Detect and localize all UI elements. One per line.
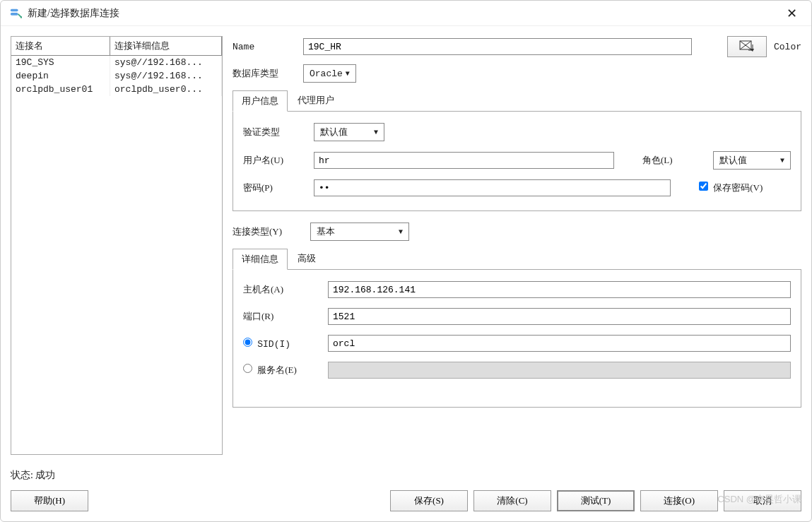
sid-radio[interactable]	[243, 338, 252, 347]
conn-tabs-container: 详细信息 高级 主机名(A) 端口(R) SID(	[233, 248, 801, 408]
save-password-checkbox-label[interactable]: 保存密码(V)	[699, 182, 791, 194]
color-picker-icon	[739, 40, 755, 53]
chevron-down-icon: ▼	[374, 129, 378, 136]
dbtype-select[interactable]: Oracle ▼	[303, 64, 356, 83]
tab-detail[interactable]: 详细信息	[233, 249, 288, 270]
hostname-input[interactable]	[328, 281, 791, 298]
table-row[interactable]: deepinsys@//192.168...	[11, 69, 222, 83]
connect-button[interactable]: 连接(O)	[640, 490, 718, 511]
chevron-down-icon: ▼	[780, 157, 784, 165]
role-label: 角色(L)	[642, 154, 706, 167]
dialog-window: 新建/选择数据库连接 ✕ 连接名 连接详细信息 19C_SYSsys@//192…	[0, 0, 812, 522]
chevron-down-icon: ▼	[399, 228, 403, 236]
password-label: 密码(P)	[243, 182, 307, 194]
clear-button[interactable]: 清除(C)	[473, 490, 551, 511]
table-row[interactable]: orclpdb_user01orclpdb_user0...	[11, 83, 222, 96]
svg-rect-1	[11, 13, 18, 16]
detail-pane: 主机名(A) 端口(R) SID(I)	[233, 270, 801, 408]
help-button[interactable]: 帮助(H)	[11, 490, 88, 511]
save-password-checkbox[interactable]	[699, 182, 708, 191]
form-panel: Name Color 数据库类型 Oracle ▼ 用户信息 代理用户	[233, 36, 801, 455]
authtype-select[interactable]: 默认值 ▼	[314, 123, 384, 141]
sid-radio-label[interactable]: SID(I)	[243, 338, 321, 350]
chevron-down-icon: ▼	[346, 70, 350, 78]
username-input[interactable]	[314, 152, 614, 169]
password-input[interactable]	[314, 179, 671, 196]
color-button[interactable]	[727, 36, 767, 57]
port-input[interactable]	[328, 308, 791, 325]
window-title: 新建/选择数据库连接	[28, 7, 781, 20]
titlebar: 新建/选择数据库连接 ✕	[1, 1, 811, 26]
user-info-pane: 验证类型 默认值 ▼ 用户名(U) 角色(L) 默认值 ▼	[233, 112, 801, 211]
service-radio[interactable]	[243, 364, 252, 373]
name-input[interactable]	[303, 38, 692, 55]
service-input	[328, 362, 791, 379]
sid-input[interactable]	[328, 335, 791, 352]
footer-buttons: 帮助(H) 保存(S) 清除(C) 测试(T) 连接(O) 取消	[1, 482, 811, 521]
tab-advanced[interactable]: 高级	[289, 249, 324, 270]
close-button[interactable]: ✕	[781, 3, 803, 24]
dialog-body: 连接名 连接详细信息 19C_SYSsys@//192.168... deepi…	[1, 26, 811, 465]
tab-proxy-user[interactable]: 代理用户	[289, 90, 343, 112]
status-line: 状态: 成功	[1, 465, 811, 482]
color-label: Color	[774, 42, 801, 52]
service-radio-label[interactable]: 服务名(E)	[243, 364, 321, 376]
username-label: 用户名(U)	[243, 154, 307, 167]
hostname-label: 主机名(A)	[243, 283, 321, 296]
conntype-select[interactable]: 基本 ▼	[310, 223, 409, 241]
authtype-label: 验证类型	[243, 126, 307, 138]
db-connection-icon	[9, 7, 22, 20]
conntype-label: 连接类型(Y)	[233, 225, 303, 238]
connections-list: 连接名 连接详细信息 19C_SYSsys@//192.168... deepi…	[11, 36, 223, 455]
test-button[interactable]: 测试(T)	[557, 490, 635, 511]
col-conn-name[interactable]: 连接名	[11, 37, 110, 56]
name-label: Name	[233, 42, 296, 52]
table-row[interactable]: 19C_SYSsys@//192.168...	[11, 56, 222, 70]
svg-rect-0	[11, 8, 18, 11]
tab-user-info[interactable]: 用户信息	[233, 90, 288, 112]
cancel-button[interactable]: 取消	[724, 490, 801, 511]
role-select[interactable]: 默认值 ▼	[713, 151, 791, 170]
dbtype-label: 数据库类型	[233, 67, 296, 80]
port-label: 端口(R)	[243, 310, 321, 323]
user-tabs-container: 用户信息 代理用户 验证类型 默认值 ▼ 用户名(U)	[233, 90, 801, 211]
save-button[interactable]: 保存(S)	[390, 490, 468, 511]
col-conn-detail[interactable]: 连接详细信息	[110, 37, 222, 56]
